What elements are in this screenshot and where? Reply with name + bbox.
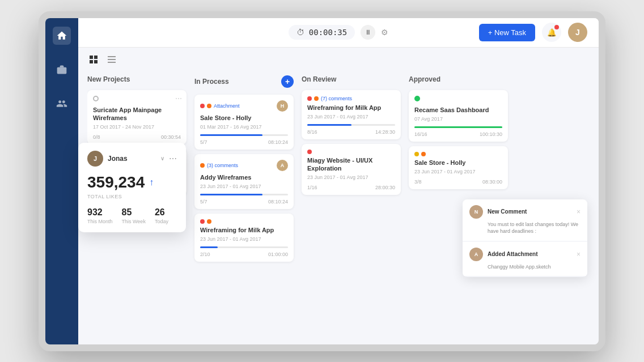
card-time: 01:00:00 — [268, 252, 288, 257]
notif-avatar: A — [469, 248, 483, 261]
notif-header: A Added Attachment × — [469, 248, 581, 261]
card-date: 23 Jun 2017 - 01 Avg 2017 — [414, 169, 502, 174]
card-status-dot-green — [414, 96, 420, 101]
card-footer: 8/16 14:28:30 — [307, 129, 395, 135]
svg-rect-0 — [57, 67, 67, 74]
notif-avatar: N — [469, 205, 483, 219]
card-title: Sale Store - Holly — [414, 159, 502, 167]
stat-today: 26 Today — [155, 207, 168, 224]
card-progress-bar — [307, 124, 395, 126]
card-footer: 1/16 28:00:30 — [307, 185, 395, 190]
more-options-icon[interactable]: ⋯ — [169, 154, 177, 163]
comments-tag[interactable]: (7) comments — [321, 96, 352, 101]
red-tag — [200, 219, 205, 224]
card-tags: (7) comments — [307, 96, 395, 101]
card-count: 8/16 — [307, 129, 317, 135]
card-count: 5/7 — [200, 139, 207, 145]
red-tag — [307, 96, 312, 101]
total-likes-label: TOTAL LIKES — [87, 194, 177, 199]
jonas-popup-card: J Jonas ∨ ⋯ 359,234 ↑ TOTAL LIKES 932 Th… — [78, 143, 186, 232]
column-add-button[interactable]: + — [281, 75, 294, 88]
card-time: 00:30:54 — [161, 134, 181, 140]
svg-rect-6 — [108, 59, 116, 60]
card-footer: 2/10 01:00:00 — [200, 252, 288, 257]
list-view-button[interactable] — [105, 54, 118, 66]
card-footer: 3/8 08:30:00 — [414, 179, 502, 185]
yellow-tag — [414, 152, 419, 156]
card-tags — [200, 219, 288, 224]
card-menu-icon[interactable]: ⋯ — [175, 95, 182, 103]
comments-tag[interactable]: (3) comments — [207, 163, 238, 168]
notif-title: Added Attachment — [488, 251, 572, 257]
new-task-button[interactable]: + New Task — [479, 24, 535, 41]
close-icon[interactable]: × — [577, 208, 581, 216]
card-footer: 16/16 100:10:30 — [414, 131, 502, 137]
notification-button[interactable]: 🔔 — [542, 23, 561, 42]
grid-view-button[interactable] — [87, 54, 100, 66]
card-ip1: Attachment H Sale Store - Holly 01 Mar 2… — [194, 95, 294, 150]
attachment-tag[interactable]: Attachment — [214, 103, 240, 109]
card-progress-fill — [414, 126, 502, 128]
popup-avatar: J — [87, 151, 103, 167]
stat-label: This Week — [122, 219, 146, 224]
card-title: Suricate App Mainpage Wireframes — [93, 106, 181, 122]
card-avatar: A — [277, 160, 288, 171]
orange-tag — [421, 152, 426, 156]
card-ip2: (3) comments A Addy Wireframes 23 Jun 20… — [194, 154, 294, 209]
column-header-approved: Approved — [409, 73, 508, 86]
sidebar-item-home[interactable] — [53, 27, 71, 45]
card-progress-fill — [200, 194, 262, 195]
sidebar — [45, 18, 78, 344]
popup-header: J Jonas ∨ ⋯ — [87, 151, 177, 167]
card-date: 23 Jun 2017 - 01 Avg 2017 — [307, 114, 395, 120]
svg-rect-3 — [90, 60, 93, 63]
timer-display: ⏱ 00:00:35 — [289, 25, 355, 40]
topbar-right: + New Task 🔔 J — [388, 23, 587, 42]
column-on-review: On Review (7) comments Wireframing for M… — [302, 73, 401, 328]
card-count: 3/8 — [414, 179, 422, 185]
card-date: 07 Avg 2017 — [414, 116, 502, 122]
orange-tag — [207, 104, 211, 108]
card-np1: ⋯ Suricate App Mainpage Wireframes 17 Oc… — [87, 90, 187, 145]
close-icon[interactable]: × — [577, 250, 581, 258]
sidebar-item-users[interactable] — [53, 95, 71, 113]
laptop-frame: ⏱ 00:00:35 ⏸ ⚙ + New Task 🔔 J — [39, 11, 605, 351]
sidebar-item-projects[interactable] — [53, 61, 71, 79]
stat-num: 932 — [87, 207, 113, 218]
card-time: 14:28:30 — [375, 129, 395, 135]
card-date: 17 Oct 2017 - 24 Nov 2017 — [93, 124, 181, 130]
column-header-new-projects: New Projects — [87, 73, 187, 86]
card-count: 0/8 — [93, 134, 100, 140]
chevron-down-icon[interactable]: ∨ — [160, 155, 164, 161]
popup-stats: 932 This Month 85 This Week 26 Today — [87, 207, 177, 224]
card-title: Addy Wireframes — [200, 173, 288, 181]
timer-text: 00:00:35 — [309, 28, 347, 37]
stat-this-week: 85 This Week — [122, 207, 146, 224]
notification-item-2: A Added Attachment × Changgy Mobile App.… — [463, 242, 587, 276]
card-count: 16/16 — [414, 131, 427, 137]
stat-this-month: 932 This Month — [87, 207, 113, 224]
settings-icon[interactable]: ⚙ — [381, 28, 388, 37]
card-progress-bar — [414, 126, 502, 128]
card-date: 23 Jun 2017 - 01 Avg 2017 — [200, 236, 288, 242]
topbar: ⏱ 00:00:35 ⏸ ⚙ + New Task 🔔 J — [78, 18, 599, 48]
red-tag — [307, 150, 312, 154]
stat-label: Today — [155, 219, 168, 224]
card-footer: 5/7 08:10:24 — [200, 139, 288, 145]
notif-text: You must to edit last changes today! We … — [488, 221, 581, 235]
column-in-process: In Process + Attachment H — [194, 73, 294, 328]
notification-dot — [554, 25, 559, 29]
card-time: 28:00:30 — [375, 185, 395, 190]
card-time: 08:30:00 — [482, 179, 502, 185]
svg-rect-7 — [108, 62, 116, 63]
pause-button[interactable]: ⏸ — [361, 25, 375, 40]
total-likes-number: 359,234 — [87, 173, 145, 191]
timer-icon: ⏱ — [296, 28, 304, 37]
bell-icon: 🔔 — [547, 28, 557, 37]
card-date: 23 Jun 2017 - 01 Avg 2017 — [200, 184, 288, 189]
card-or1: (7) comments Wireframing for Milk App 23… — [302, 90, 401, 139]
card-ap1: Recame Saas Dashboard 07 Avg 2017 16/16 … — [409, 90, 508, 142]
svg-rect-1 — [90, 56, 93, 59]
card-title: Miagy Website - UI/UX Exploration — [307, 156, 395, 173]
user-avatar-button[interactable]: J — [568, 23, 587, 42]
